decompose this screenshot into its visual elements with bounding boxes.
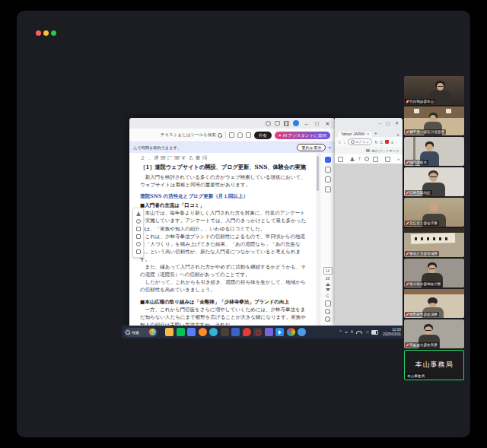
text-tool-icon[interactable]: T — [358, 157, 361, 161]
doc-subheading-blue: 道院SNS の活性化とブログ更新（月１回以上） — [140, 192, 310, 200]
battery-icon[interactable] — [371, 330, 378, 335]
participant-tile[interactable]: 鵜甲秀一@石川滝春区 — [404, 106, 464, 135]
draw-icon[interactable] — [350, 157, 355, 161]
favorite-star-icon[interactable]: ☆ — [338, 140, 341, 145]
pages-copy-icon[interactable] — [325, 186, 331, 192]
refresh-icon[interactable]: ↻ — [374, 140, 377, 145]
globe-icon[interactable] — [266, 121, 271, 126]
taskbar-clock[interactable]: 11:03 2025/03/01 — [383, 328, 401, 337]
select-tool-icon[interactable] — [136, 211, 141, 216]
hand-tool-icon[interactable] — [136, 219, 141, 224]
close-traffic-light[interactable] — [36, 30, 41, 36]
edge-icon[interactable] — [209, 328, 218, 336]
save-icon[interactable] — [229, 132, 234, 138]
tools-icon[interactable] — [325, 167, 331, 173]
scrollbar-thumb[interactable] — [317, 156, 319, 191]
acrobat-right-rail: 14 38 C — [320, 153, 335, 326]
refresh-icon[interactable]: C — [326, 294, 329, 298]
network-icon[interactable]: ⊿ — [345, 330, 348, 334]
participant-tile[interactable]: 細岡@栃木 — [404, 137, 464, 166]
copilot-icon[interactable] — [298, 328, 306, 336]
participant-tile[interactable]: 竹内智詠@本山 — [404, 76, 464, 105]
extension-icon[interactable] — [385, 140, 389, 144]
volume-icon[interactable]: ◁ — [365, 330, 368, 334]
teams-icon[interactable] — [265, 328, 273, 336]
show-summary-button[interactable]: 要約を表示 — [297, 144, 326, 151]
share-button[interactable]: 共有 — [254, 132, 272, 139]
ai-assistant-button[interactable]: ✦ AI アシスタントに質問 — [275, 132, 330, 139]
bell-icon[interactable] — [275, 121, 280, 126]
tab-close-icon[interactable]: × — [367, 132, 369, 136]
firefox-icon[interactable] — [199, 328, 207, 336]
file-explorer-icon[interactable] — [165, 328, 173, 336]
highlighter-icon[interactable] — [364, 157, 369, 161]
pen-icon[interactable] — [136, 242, 141, 246]
taskbar-search-box[interactable]: 検索 — [124, 328, 158, 337]
comment-icon[interactable] — [338, 157, 343, 162]
browser-toolbar: ☆ ↓ ログイン ↻ C ≡ — [335, 137, 403, 147]
messenger-app-icon[interactable] — [187, 328, 196, 336]
print-icon[interactable] — [385, 157, 390, 162]
mic-muted-icon — [406, 130, 409, 134]
apps-grid-icon[interactable] — [284, 121, 289, 126]
tab-search-caret-icon[interactable]: ∨ — [396, 132, 399, 137]
minimize-button[interactable]: – — [379, 121, 381, 126]
account-avatar[interactable] — [293, 120, 299, 126]
zoom-in-icon[interactable] — [325, 309, 330, 314]
eraser-icon[interactable] — [136, 249, 141, 254]
media-player-icon[interactable] — [275, 328, 284, 336]
app-brown-icon[interactable] — [221, 328, 229, 336]
participant-tile[interactable]: 広島曽田尚紀 — [404, 167, 464, 196]
pdf-document-pane[interactable]: ２．道院に関する事項 ［1］道院ウェブサイトの開設、ブログ更新、SNS、体験会の… — [129, 153, 316, 326]
chevron-up-icon[interactable]: ^ — [339, 330, 341, 334]
mic-muted-icon — [406, 282, 409, 286]
chrome-icon[interactable] — [287, 328, 295, 336]
close-button[interactable]: ✕ — [395, 120, 399, 126]
banner-close-icon[interactable]: × — [328, 145, 331, 150]
login-button[interactable]: ログイン — [348, 138, 372, 145]
print-icon[interactable] — [246, 132, 251, 138]
participant-tile[interactable]: 斉藤健太@奈良県 — [404, 319, 464, 348]
zoom-out-icon[interactable] — [325, 316, 330, 322]
participant-tile[interactable]: 牧野輝男@新潟県 — [404, 289, 464, 318]
page-number-input[interactable]: 14 — [323, 267, 333, 275]
download-icon[interactable]: ↓ — [343, 140, 345, 145]
menu-icon[interactable]: ≡ — [391, 140, 393, 145]
weather-widget-icon[interactable] — [149, 329, 156, 335]
wifi-icon[interactable] — [356, 331, 362, 334]
page-down-icon[interactable] — [326, 288, 330, 291]
acrobat-icon[interactable] — [253, 328, 262, 336]
cloud-icon[interactable] — [237, 132, 243, 138]
fullscreen-traffic-light[interactable] — [51, 30, 56, 36]
fit-page-icon[interactable] — [325, 300, 331, 307]
c-badge-icon[interactable]: C — [380, 140, 384, 145]
maximize-button[interactable]: ▢ — [386, 120, 390, 126]
participant-tile[interactable]: 宮舘貴士@岩手県 — [404, 198, 464, 227]
ai-panel-icon[interactable] — [325, 157, 331, 163]
participant-tile[interactable]: 菊地正克@茨城県 — [404, 228, 464, 257]
line-app-icon[interactable] — [177, 328, 185, 336]
search-input[interactable]: テキストまたはツールを検索 — [161, 132, 222, 138]
participant-tile-active-speaker[interactable]: 本山事務局 本山事務局 — [404, 350, 464, 380]
new-tab-button[interactable]: + — [374, 129, 377, 137]
minimize-button[interactable]: – — [303, 121, 310, 126]
other-bookmarks-label[interactable]: 他のブックマーク — [371, 149, 399, 153]
document-scrollbar[interactable] — [316, 153, 320, 326]
bookmark-flag-icon[interactable] — [325, 176, 331, 183]
highlight-icon[interactable] — [136, 234, 141, 239]
image-icon[interactable] — [373, 157, 378, 162]
sticky-note-icon[interactable] — [136, 227, 141, 231]
browser-content-area[interactable] — [335, 164, 403, 326]
ime-icon[interactable]: A — [351, 330, 353, 334]
app-blue-icon[interactable] — [231, 328, 240, 336]
tab-yahoo-japan[interactable]: Yahoo! JAPAN × — [338, 132, 372, 137]
opera-icon[interactable] — [243, 328, 251, 336]
close-button[interactable]: ✕ — [324, 121, 331, 126]
bookmarks-bar: 他のブックマーク — [335, 147, 403, 154]
minimize-traffic-light[interactable] — [43, 30, 49, 36]
page-up-icon[interactable] — [326, 283, 330, 286]
maximize-button[interactable]: ▢ — [314, 121, 320, 126]
participant-tile[interactable]: 根岸雄次@神奈川県 — [404, 259, 464, 288]
acrobat-window: – ▢ ✕ テキストまたはツールを検索 共有 ✦ AI アシスタントに質問 — [129, 118, 335, 326]
more-tools-icon[interactable]: » — [397, 157, 399, 161]
